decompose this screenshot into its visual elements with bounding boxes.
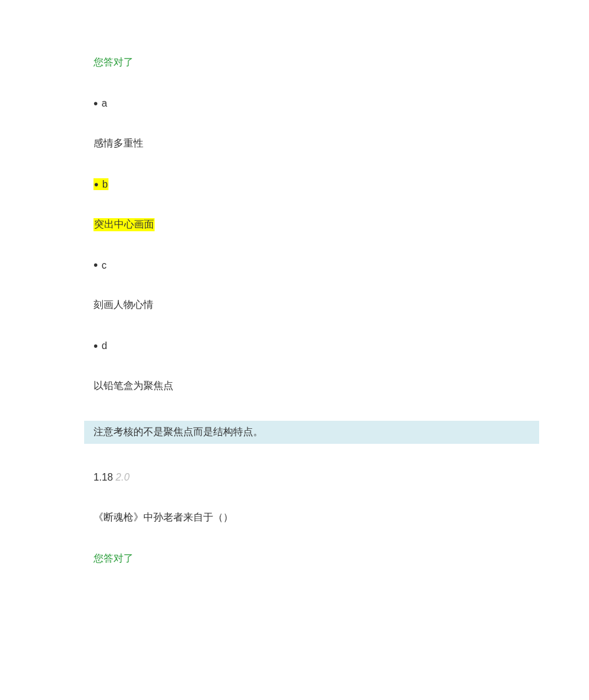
- option-d-letter: •d: [93, 340, 539, 352]
- note-box: 注意考核的不是聚焦点而是结构特点。: [84, 421, 539, 444]
- score-line: 1.18 2.0: [93, 472, 539, 483]
- option-letter-text: b: [102, 179, 108, 189]
- correct-message: 您答对了: [93, 56, 539, 69]
- option-c-letter: •c: [93, 259, 539, 271]
- bullet-icon: •: [93, 339, 98, 353]
- bullet-icon: •: [93, 258, 98, 272]
- score-total: 2.0: [116, 472, 130, 482]
- option-c-text: 刻画人物心情: [93, 299, 539, 312]
- option-letter-text: a: [102, 98, 107, 108]
- option-b-text-content: 突出中心画面: [93, 218, 155, 231]
- option-a-text: 感情多重性: [93, 137, 539, 150]
- option-letter-text: c: [102, 259, 107, 270]
- question-text: 《断魂枪》中孙老者来自于（）: [93, 511, 539, 524]
- correct-message: 您答对了: [93, 552, 539, 565]
- score-earned: 1.18: [93, 472, 113, 482]
- option-a-letter: •a: [93, 97, 539, 109]
- bullet-icon: •: [93, 97, 98, 110]
- option-b-text: 突出中心画面: [93, 218, 539, 231]
- option-b-letter: •b: [93, 178, 539, 190]
- option-letter-text: d: [102, 340, 107, 351]
- option-d-text: 以铅笔盒为聚焦点: [93, 380, 539, 393]
- bullet-icon: •: [94, 178, 98, 191]
